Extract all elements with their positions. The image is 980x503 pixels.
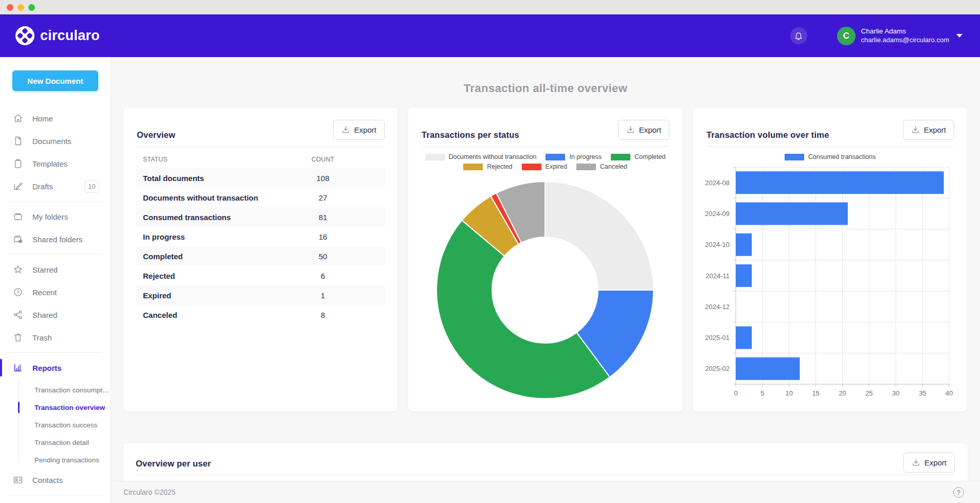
status-cell: Canceled xyxy=(136,311,289,319)
shared-folder-icon xyxy=(13,234,23,244)
count-cell: 8 xyxy=(289,311,356,319)
sidebar-item-reports[interactable]: Reports xyxy=(0,356,111,379)
bar[interactable] xyxy=(736,327,752,349)
legend-item[interactable]: Expired xyxy=(522,163,567,170)
axis-label: 20 xyxy=(839,389,846,397)
template-icon xyxy=(13,158,23,169)
count-cell: 108 xyxy=(289,174,356,183)
folder-icon xyxy=(13,211,23,222)
main-content: Transaction all-time overview Overview E… xyxy=(111,57,980,503)
notifications-button[interactable] xyxy=(790,27,807,44)
axis-label: 2024-08 xyxy=(705,179,730,187)
export-button[interactable]: Export xyxy=(903,120,954,140)
download-icon xyxy=(911,125,920,134)
transaction-volume-card: Transaction volume over time Export Cons… xyxy=(693,107,967,411)
axis-label: 0 xyxy=(734,389,737,397)
user-menu[interactable]: C Charlie Adams charlie.adams@circularo.… xyxy=(837,27,963,45)
count-cell: 6 xyxy=(289,272,356,280)
window-minimize-button[interactable] xyxy=(17,4,24,11)
axis-label: 2024-09 xyxy=(705,210,730,218)
contacts-icon xyxy=(13,475,23,485)
export-button[interactable]: Export xyxy=(903,453,955,473)
legend-item[interactable]: Completed xyxy=(611,153,665,160)
legend-swatch-icon xyxy=(785,154,804,160)
sidebar-item-starred[interactable]: Starred xyxy=(0,258,111,281)
star-icon xyxy=(13,264,23,275)
legend-item[interactable]: Consumed transactions xyxy=(785,153,876,160)
bar[interactable] xyxy=(736,357,800,380)
brand-logo[interactable]: circularo xyxy=(15,26,100,45)
legend-swatch-icon xyxy=(546,154,565,160)
status-cell: Documents without transaction xyxy=(136,193,289,202)
sidebar-item-my-folders[interactable]: My folders xyxy=(0,205,111,228)
sidebar-item-shared[interactable]: Shared xyxy=(0,303,111,326)
status-donut-chart xyxy=(434,179,656,401)
table-row: Completed50 xyxy=(136,246,385,266)
circularo-logo-icon xyxy=(15,26,34,45)
bar[interactable] xyxy=(736,233,752,256)
pencil-icon xyxy=(13,181,23,191)
sidebar-item-drafts[interactable]: Drafts 10 xyxy=(0,175,111,197)
sidebar-item-pending-transactions[interactable]: Pending transactions xyxy=(0,451,111,469)
sidebar-item-shared-folders[interactable]: Shared folders xyxy=(0,228,111,250)
legend-swatch-icon xyxy=(463,164,483,170)
axis-label: 2025-02 xyxy=(705,365,730,372)
legend-item[interactable]: Canceled xyxy=(576,163,627,170)
sidebar-item-trash[interactable]: Trash xyxy=(0,326,111,349)
axis-label: 15 xyxy=(812,389,819,397)
help-button[interactable]: ? xyxy=(953,487,964,498)
download-icon xyxy=(626,125,635,134)
legend-swatch-icon xyxy=(522,164,541,170)
donut-slice[interactable] xyxy=(545,182,654,290)
bar[interactable] xyxy=(736,202,848,225)
axis-label: 2025-01 xyxy=(705,334,730,342)
legend-item[interactable]: Rejected xyxy=(463,163,512,170)
count-cell: 50 xyxy=(289,252,356,261)
transactions-per-status-card: Transactions per status Export Documents… xyxy=(408,107,682,411)
divider xyxy=(8,495,102,495)
legend-item[interactable]: Documents without transaction xyxy=(425,153,537,160)
bar-chart-icon xyxy=(13,363,23,373)
window-maximize-button[interactable] xyxy=(28,4,35,11)
axis-label: 2024-12 xyxy=(705,303,730,311)
column-header-count: COUNT xyxy=(289,156,356,163)
axis-label: 2024-10 xyxy=(705,241,730,248)
app-header: circularo C Charlie Adams charlie.adams@… xyxy=(0,14,980,57)
drafts-count-badge: 10 xyxy=(84,180,99,193)
new-document-button[interactable]: New Document xyxy=(12,70,98,91)
sidebar-item-transaction-detail[interactable]: Transaction detail xyxy=(0,434,111,451)
legend-swatch-icon xyxy=(425,154,445,160)
table-header-row: STATUS COUNT xyxy=(136,151,385,168)
download-icon xyxy=(912,458,920,467)
bar[interactable] xyxy=(736,171,944,194)
bar-legend: Consumed transactions xyxy=(693,153,967,160)
export-button[interactable]: Export xyxy=(333,120,385,140)
axis-label: 5 xyxy=(760,389,764,397)
document-icon xyxy=(13,136,23,146)
status-cell: Completed xyxy=(136,252,289,261)
sidebar-item-home[interactable]: Home xyxy=(0,107,111,130)
sidebar-item-documents[interactable]: Documents xyxy=(0,130,111,152)
sidebar-item-transaction-consumption[interactable]: Transaction consumpt… xyxy=(0,381,111,399)
sidebar-item-transaction-overview[interactable]: Transaction overview xyxy=(0,399,111,416)
sidebar-item-transaction-success[interactable]: Transaction success xyxy=(0,416,111,434)
table-row: Expired1 xyxy=(136,285,385,305)
sidebar-item-recent[interactable]: Recent xyxy=(0,281,111,303)
table-row: Total documents108 xyxy=(136,168,385,188)
sidebar-item-templates[interactable]: Templates xyxy=(0,152,111,175)
column-header-status: STATUS xyxy=(136,156,289,163)
window-close-button[interactable] xyxy=(7,4,13,11)
bar[interactable] xyxy=(736,264,752,287)
divider xyxy=(8,352,102,353)
table-row: Rejected6 xyxy=(136,266,385,285)
card-title: Transaction volume over time xyxy=(706,130,829,140)
download-icon xyxy=(341,125,350,134)
axis-label: 40 xyxy=(946,389,953,397)
sidebar-item-contacts[interactable]: Contacts xyxy=(0,469,111,491)
legend-item[interactable]: In progress xyxy=(546,153,602,160)
footer: Circularo ©2025 ? xyxy=(111,481,980,503)
user-name: Charlie Adams xyxy=(861,27,949,36)
avatar: C xyxy=(837,27,856,45)
export-button[interactable]: Export xyxy=(618,120,669,140)
status-cell: In progress xyxy=(136,232,289,241)
